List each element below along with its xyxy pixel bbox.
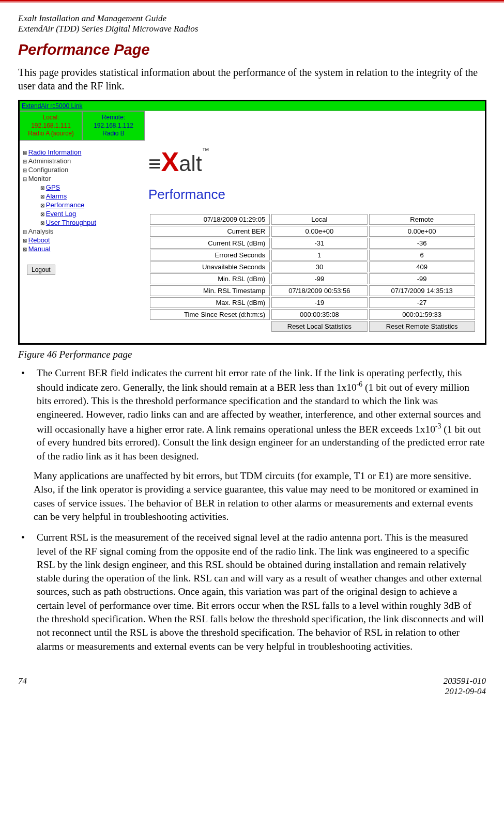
performance-table: 07/18/2009 01:29:05 Local Remote Current… [148,213,477,333]
col-remote: Remote [369,214,475,225]
nav-user-throughput[interactable]: User Throughput [46,219,96,226]
nav-event-log[interactable]: Event Log [46,210,77,218]
nav-monitor[interactable]: Monitor [28,175,51,182]
timestamp-cell: 07/18/2009 01:29:05 [150,214,270,225]
nav-gps[interactable]: GPS [46,183,60,191]
table-row: Min. RSL Timestamp07/18/2009 00:53:5607/… [150,285,475,296]
remote-radio-cell[interactable]: Remote: 192.168.1.112 Radio B [82,111,145,141]
local-radio: Radio A (source) [21,130,81,138]
header-line2: ExtendAir (TDD) Series Digital Microwave… [18,24,486,34]
radio-header-row: Local: 192.168.1.111 Radio A (source) Re… [20,111,485,141]
remote-radio: Radio B [84,130,143,138]
page-number: 74 [18,676,27,697]
figure-caption: Figure 46 Performance page [18,349,486,360]
table-row: Min. RSL (dBm)-99-99 [150,273,475,284]
table-row: Unavailable Seconds30409 [150,262,475,272]
doc-header: Exalt Installation and Management Guide … [18,13,486,34]
table-row: Time Since Reset (d:h:m:s)000:00:35:0800… [150,309,475,320]
remote-ip: 192.168.1.112 [84,122,143,130]
logout-button[interactable]: Logout [27,265,55,275]
reset-local-button[interactable]: Reset Local Statistics [271,321,368,332]
header-line1: Exalt Installation and Management Guide [18,13,486,24]
table-row: Max. RSL (dBm)-19-27 [150,297,475,308]
nav-alarms[interactable]: Alarms [46,192,67,200]
table-header-row: 07/18/2009 01:29:05 Local Remote [150,214,475,225]
exalt-logo: ≡Xalt™ [148,146,480,177]
nav-performance[interactable]: Performance [46,201,84,209]
doc-date: 2012-09-04 [444,686,486,697]
col-local: Local [271,214,368,225]
performance-screenshot: ExtendAir rc5000 Link Local: 192.168.1.1… [18,100,486,345]
nav-sidebar: ⊠ Radio Information ⊞ Administration ⊞ C… [20,141,143,343]
doc-number: 203591-010 [444,676,486,686]
nav-admin[interactable]: Administration [28,157,71,165]
content-panel: ≡Xalt™ Performance 07/18/2009 01:29:05 L… [143,141,485,343]
nav-radio-info[interactable]: Radio Information [28,148,82,156]
nav-manual[interactable]: Manual [28,245,51,253]
reset-remote-button[interactable]: Reset Remote Statistics [369,321,475,332]
table-reset-row: Reset Local Statistics Reset Remote Stat… [150,321,475,332]
table-row: Errored Seconds16 [150,250,475,260]
link-name[interactable]: ExtendAir rc5000 Link [22,102,82,110]
remote-label: Remote: [84,114,143,122]
page-footer: 74 203591-010 2012-09-04 [0,670,504,709]
bullet-2: • Current RSL is the measurement of the … [18,531,486,653]
local-label: Local: [21,114,81,122]
local-ip: 192.168.1.111 [21,122,81,130]
intro-text: This page provides statistical informati… [18,66,486,93]
nav-config[interactable]: Configuration [28,166,68,174]
table-row: Current BER0.00e+000.00e+00 [150,226,475,237]
table-row: Current RSL (dBm)-31-36 [150,238,475,249]
panel-title: Performance [148,187,480,203]
bullet-1-para2: Many applications are unaffected by bit … [34,469,486,524]
nav-reboot[interactable]: Reboot [28,236,50,244]
local-radio-cell[interactable]: Local: 192.168.1.111 Radio A (source) [20,111,82,141]
link-name-bar: ExtendAir rc5000 Link [20,101,485,111]
page-title: Performance Page [18,41,486,58]
nav-analysis[interactable]: Analysis [28,227,53,235]
bullet-1: • The Current BER field indicates the cu… [18,366,486,463]
